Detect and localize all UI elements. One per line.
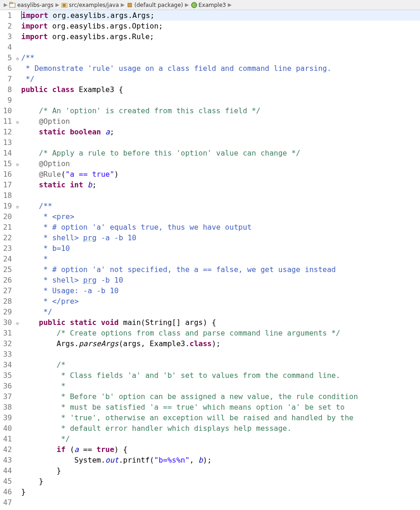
fold-marker (15, 338, 20, 349)
code-line[interactable]: /* (21, 359, 420, 370)
fold-gutter[interactable]: ⊖⊖⊖⊖⊖ (15, 10, 20, 508)
code-line[interactable] (21, 95, 420, 105)
breadcrumb-class[interactable]: C Example3 (191, 2, 226, 8)
fold-marker (15, 359, 20, 370)
breadcrumb: ▶ easylibs-args ▶ src/examples/java ▶ (d… (0, 0, 420, 10)
fold-marker (15, 84, 20, 95)
code-line[interactable]: /* Create options from class and parse c… (21, 328, 420, 338)
code-line[interactable]: */ (21, 307, 420, 317)
code-line[interactable]: * # option 'a' equals true, thus we have… (21, 222, 420, 232)
fold-marker[interactable]: ⊖ (15, 158, 20, 169)
fold-marker (15, 328, 20, 338)
code-line[interactable]: public class Example3 { (21, 84, 420, 95)
fold-marker (15, 21, 20, 31)
breadcrumb-package[interactable]: (default package) (127, 2, 183, 8)
fold-marker[interactable]: ⊖ (15, 201, 20, 211)
code-line[interactable] (21, 190, 420, 201)
breadcrumb-project[interactable]: easylibs-args (9, 2, 53, 8)
line-number: 1 (0, 10, 12, 21)
fold-marker (15, 444, 20, 455)
breadcrumb-label: (default package) (134, 2, 183, 8)
code-line[interactable]: import org.easylibs.args.Args; (21, 10, 420, 21)
code-line[interactable]: /* An 'option' is created from this clas… (21, 105, 420, 116)
code-line[interactable]: * default error handler which displays h… (21, 423, 420, 434)
code-line[interactable]: } (21, 476, 420, 487)
code-line[interactable]: /** (21, 52, 420, 63)
fold-marker (15, 127, 20, 137)
line-number: 26 (0, 275, 12, 285)
code-editor[interactable]: 1234567891011121314151617181920212223242… (0, 10, 420, 508)
code-line[interactable]: * shell> prg -a -b 10 (21, 232, 420, 243)
code-line[interactable]: * </pre> (21, 296, 420, 307)
fold-marker[interactable]: ⊖ (15, 52, 20, 63)
code-line[interactable]: if (a == true) { (21, 444, 420, 455)
code-line[interactable]: } (21, 487, 420, 497)
code-line[interactable]: import org.easylibs.args.Option; (21, 21, 420, 31)
code-line[interactable]: * (21, 381, 420, 391)
line-number: 11 (0, 116, 12, 127)
breadcrumb-label: src/examples/java (69, 2, 119, 8)
code-line[interactable]: @Rule("a == true") (21, 169, 420, 180)
code-line[interactable]: */ (21, 434, 420, 444)
code-line[interactable]: @Option (21, 116, 420, 127)
fold-marker (15, 487, 20, 497)
fold-marker (15, 476, 20, 487)
package-icon (127, 2, 133, 8)
fold-marker (15, 169, 20, 180)
code-line[interactable] (21, 497, 420, 508)
code-line[interactable]: static boolean a; (21, 127, 420, 137)
fold-marker (15, 95, 20, 105)
code-line[interactable] (21, 137, 420, 148)
fold-marker (15, 10, 20, 21)
line-number: 14 (0, 148, 12, 158)
breadcrumb-label: easylibs-args (17, 2, 53, 8)
fold-marker (15, 42, 20, 52)
fold-marker[interactable]: ⊖ (15, 116, 20, 127)
line-number: 42 (0, 444, 12, 455)
code-line[interactable]: @Option (21, 158, 420, 169)
line-number: 3 (0, 31, 12, 42)
code-line[interactable]: * must be satisfied 'a == true' which me… (21, 402, 420, 412)
line-number: 17 (0, 180, 12, 190)
line-number: 7 (0, 74, 12, 84)
code-line[interactable]: * Demonstrate 'rule' usage on a class fi… (21, 63, 420, 74)
code-line[interactable]: * Before 'b' option can be assigned a ne… (21, 391, 420, 402)
code-line[interactable]: } (21, 465, 420, 476)
line-number: 15 (0, 158, 12, 169)
code-line[interactable]: * b=10 (21, 243, 420, 254)
code-line[interactable]: * 'true', otherwise an exception will be… (21, 412, 420, 423)
line-number: 19 (0, 201, 12, 211)
chevron-right-icon: ▶ (228, 2, 231, 8)
line-number: 44 (0, 465, 12, 476)
chevron-right-icon: ▶ (121, 2, 125, 8)
code-line[interactable]: * Usage: -a -b 10 (21, 285, 420, 296)
code-line[interactable]: import org.easylibs.args.Rule; (21, 31, 420, 42)
svg-rect-3 (63, 4, 65, 6)
code-line[interactable]: * Class fields 'a' and 'b' set to values… (21, 370, 420, 381)
code-line[interactable]: * # option 'a' not specified, the a == f… (21, 264, 420, 275)
code-line[interactable]: * (21, 254, 420, 264)
code-line[interactable]: */ (21, 74, 420, 84)
line-number: 25 (0, 264, 12, 275)
code-area[interactable]: import org.easylibs.args.Args;import org… (20, 10, 420, 508)
line-number: 43 (0, 455, 12, 465)
code-line[interactable] (21, 349, 420, 359)
line-number: 31 (0, 328, 12, 338)
line-number: 24 (0, 254, 12, 264)
code-line[interactable] (21, 42, 420, 52)
fold-marker (15, 211, 20, 222)
code-line[interactable]: Args.parseArgs(args, Example3.class); (21, 338, 420, 349)
code-line[interactable]: /** (21, 201, 420, 211)
code-line[interactable]: System.out.printf("b=%s%n", b); (21, 455, 420, 465)
line-number: 47 (0, 497, 12, 508)
code-line[interactable]: public static void main(String[] args) { (21, 317, 420, 328)
breadcrumb-source-folder[interactable]: src/examples/java (61, 2, 119, 8)
code-line[interactable]: static int b; (21, 180, 420, 190)
fold-marker[interactable]: ⊖ (15, 317, 20, 328)
svg-rect-1 (10, 2, 12, 4)
code-line[interactable]: * shell> prg -b 10 (21, 275, 420, 285)
fold-marker (15, 465, 20, 476)
package-folder-icon (61, 2, 68, 8)
code-line[interactable]: /* Apply a rule to before this 'option' … (21, 148, 420, 158)
code-line[interactable]: * <pre> (21, 211, 420, 222)
